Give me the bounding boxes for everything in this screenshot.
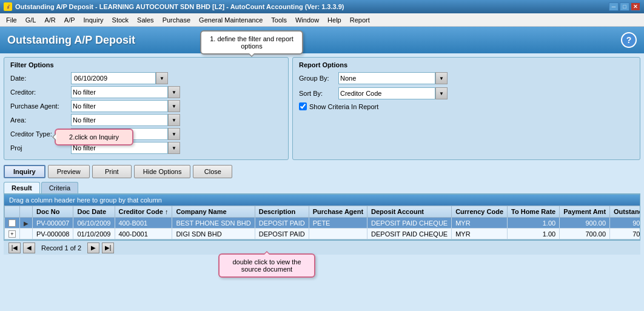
purchase-agent-dropdown-btn[interactable]: ▼ — [168, 100, 180, 112]
table-cell: + — [5, 218, 20, 229]
table-row[interactable]: +PV-00000801/10/2009400-D001DIGI SDN BHD… — [5, 229, 640, 239]
report-options-box: Report Options Group By: None ▼ Sort By: — [292, 57, 640, 160]
table-cell: DEPOSIT PAID — [255, 218, 309, 229]
menu-ar[interactable]: A/R — [41, 15, 59, 25]
menu-help[interactable]: Help — [324, 15, 345, 25]
table-cell: DEPOSIT PAID CHEQUE — [367, 218, 452, 229]
menu-gl[interactable]: G/L — [22, 15, 40, 25]
purchase-agent-select[interactable]: No filter — [71, 100, 168, 112]
table-cell: BEST PHONE SDN BHD — [172, 218, 255, 229]
table-cell — [20, 229, 33, 239]
callout2-text: 2.click on Inquiry — [69, 133, 119, 141]
inquiry-button[interactable]: Inquiry — [4, 165, 45, 178]
creditor-label: Creditor: — [10, 89, 71, 96]
close-btn[interactable]: ✕ — [631, 2, 640, 11]
table-cell: DEPOSIT PAID CHEQUE — [367, 229, 452, 239]
table-cell: MYR — [452, 218, 508, 229]
tab-result[interactable]: Result — [4, 182, 40, 193]
creditor-select[interactable]: No filter — [71, 86, 168, 98]
table-cell: 700.00 — [560, 229, 610, 239]
action-buttons: Inquiry Preview Print Hide Options Close — [4, 162, 640, 181]
table-cell: 01/10/2009 — [73, 229, 115, 239]
help-button[interactable]: ? — [621, 32, 637, 48]
footer: |◀ ◀ Record 1 of 2 ▶ ▶| — [4, 240, 640, 255]
menu-report[interactable]: Report — [346, 15, 374, 25]
hide-options-button[interactable]: Hide Options — [134, 165, 191, 178]
show-criteria-label: Show Criteria In Report — [309, 103, 378, 110]
col-outstanding[interactable]: Outstanding — [610, 206, 640, 218]
col-doc-date[interactable]: Doc Date — [73, 206, 115, 218]
table-cell: PV-000008 — [33, 229, 73, 239]
col-doc-no[interactable]: Doc No — [33, 206, 73, 218]
table-cell: PETE — [309, 218, 367, 229]
tab-criteria[interactable]: Criteria — [41, 182, 78, 193]
expand-btn[interactable]: + — [8, 230, 16, 238]
nav-next-btn[interactable]: ▶ — [87, 242, 99, 253]
table-row[interactable]: +▶PV-00000706/10/2009400-B001BEST PHONE … — [5, 218, 640, 229]
group-by-dropdown-btn[interactable]: ▼ — [435, 72, 448, 84]
date-input[interactable] — [71, 72, 156, 84]
callout-filter-options: 1. define the filter and report options — [200, 30, 303, 55]
creditor-dropdown-btn[interactable]: ▼ — [168, 86, 180, 98]
menu-stock[interactable]: Stock — [109, 15, 133, 25]
proj-dropdown-btn[interactable]: ▼ — [168, 142, 180, 154]
col-currency-code[interactable]: Currency Code — [452, 206, 508, 218]
menu-inquiry[interactable]: Inquiry — [80, 15, 107, 25]
area-select[interactable]: No filter — [71, 114, 168, 126]
group-by-select[interactable]: None — [338, 72, 435, 84]
col-to-home-rate[interactable]: To Home Rate — [508, 206, 560, 218]
date-label: Date: — [10, 75, 71, 82]
sort-by-select[interactable]: Creditor Code — [338, 87, 435, 99]
date-dropdown-btn[interactable]: ▼ — [156, 72, 168, 84]
menu-purchase[interactable]: Purchase — [159, 15, 194, 25]
sort-by-row: Sort By: Creditor Code ▼ — [299, 87, 634, 99]
callout1-text: 1. define the filter and report options — [210, 35, 293, 50]
title-bar: 💰 Outstanding A/P Deposit - LEARNING AUT… — [0, 0, 644, 13]
table-cell: MYR — [452, 229, 508, 239]
menu-sales[interactable]: Sales — [133, 15, 158, 25]
menu-window[interactable]: Window — [292, 15, 323, 25]
show-criteria-row: Show Criteria In Report — [299, 102, 634, 110]
callout3-text: double click to view the source document — [232, 258, 301, 273]
show-criteria-checkbox[interactable] — [299, 102, 307, 110]
app-icon: 💰 — [4, 2, 12, 11]
row-arrow: ▶ — [24, 220, 29, 227]
area-label: Area: — [10, 116, 71, 124]
minimize-btn[interactable]: ─ — [609, 2, 619, 11]
menu-tools[interactable]: Tools — [267, 15, 290, 25]
col-arrow — [20, 206, 33, 218]
area-row: Area: No filter ▼ — [10, 114, 282, 126]
menu-ap[interactable]: A/P — [61, 15, 79, 25]
col-deposit-account[interactable]: Deposit Account — [367, 206, 452, 218]
col-payment-amt[interactable]: Payment Amt — [560, 206, 610, 218]
menu-general-maintenance[interactable]: General Maintenance — [195, 15, 266, 25]
creditor-type-dropdown-btn[interactable]: ▼ — [168, 128, 180, 140]
sort-by-dropdown-btn[interactable]: ▼ — [435, 87, 448, 99]
area-dropdown-btn[interactable]: ▼ — [168, 114, 180, 126]
maximize-btn[interactable]: □ — [620, 2, 629, 11]
col-creditor-code[interactable]: Creditor Code ↑ — [115, 206, 172, 218]
preview-button[interactable]: Preview — [48, 165, 90, 178]
nav-last-btn[interactable]: ▶| — [102, 242, 114, 253]
window-controls[interactable]: ─ □ ✕ — [609, 2, 640, 11]
table-cell: 400-B001 — [115, 218, 172, 229]
table-cell: DEPOSIT PAID — [255, 229, 309, 239]
data-table: Doc No Doc Date Creditor Code ↑ Company … — [4, 206, 640, 239]
table-cell: 400-D001 — [115, 229, 172, 239]
table-cell: ▶ — [20, 218, 33, 229]
creditor-row: Creditor: No filter ▼ — [10, 86, 282, 98]
col-description[interactable]: Description — [255, 206, 309, 218]
nav-first-btn[interactable]: |◀ — [8, 242, 21, 253]
table-cell: 700.00 — [610, 229, 640, 239]
col-purchase-agent[interactable]: Purchase Agent — [309, 206, 367, 218]
nav-prev-btn[interactable]: ◀ — [23, 242, 35, 253]
menu-file[interactable]: File — [2, 15, 21, 25]
purchase-agent-row: Purchase Agent: No filter ▼ — [10, 100, 282, 112]
print-button[interactable]: Print — [92, 165, 132, 178]
col-company-name[interactable]: Company Name — [172, 206, 255, 218]
close-button[interactable]: Close — [193, 165, 232, 178]
report-options-title: Report Options — [299, 61, 634, 69]
table-section: Drag a column header here to group by th… — [4, 194, 640, 240]
expand-btn[interactable]: + — [8, 219, 16, 227]
menu-bar: File G/L A/R A/P Inquiry Stock Sales Pur… — [0, 13, 644, 27]
